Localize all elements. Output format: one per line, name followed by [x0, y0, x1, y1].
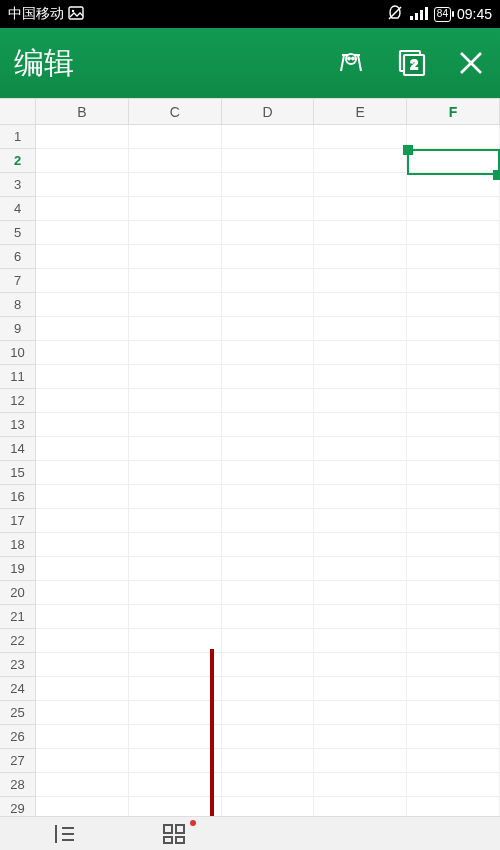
row-header[interactable]: 23: [0, 653, 36, 677]
cell[interactable]: [407, 485, 500, 509]
cell[interactable]: [314, 533, 407, 557]
cell[interactable]: [36, 437, 129, 461]
cell[interactable]: [129, 653, 222, 677]
cell[interactable]: [407, 173, 500, 197]
cell[interactable]: [407, 389, 500, 413]
cell[interactable]: [314, 389, 407, 413]
cell[interactable]: [314, 341, 407, 365]
row-header[interactable]: 22: [0, 629, 36, 653]
cell[interactable]: [222, 581, 315, 605]
corner-cell[interactable]: [0, 99, 36, 124]
cell[interactable]: [36, 773, 129, 797]
cell[interactable]: [36, 725, 129, 749]
cell[interactable]: [314, 461, 407, 485]
cell[interactable]: [407, 509, 500, 533]
cell[interactable]: [314, 581, 407, 605]
cell[interactable]: [36, 245, 129, 269]
cell[interactable]: [222, 773, 315, 797]
row-header[interactable]: 21: [0, 605, 36, 629]
cell[interactable]: [36, 629, 129, 653]
cell[interactable]: [314, 365, 407, 389]
cell[interactable]: [129, 389, 222, 413]
cell[interactable]: [314, 437, 407, 461]
col-header-F[interactable]: F: [407, 99, 500, 124]
cell[interactable]: [314, 509, 407, 533]
row-header[interactable]: 28: [0, 773, 36, 797]
row-header[interactable]: 19: [0, 557, 36, 581]
cell[interactable]: [222, 293, 315, 317]
cell[interactable]: [407, 413, 500, 437]
cell[interactable]: [36, 365, 129, 389]
cell[interactable]: [407, 437, 500, 461]
cell[interactable]: [36, 653, 129, 677]
cell[interactable]: [222, 629, 315, 653]
row-header[interactable]: 15: [0, 461, 36, 485]
row-header[interactable]: 7: [0, 269, 36, 293]
row-header[interactable]: 14: [0, 437, 36, 461]
cell[interactable]: [314, 629, 407, 653]
cell[interactable]: [407, 677, 500, 701]
cell[interactable]: [129, 245, 222, 269]
cell[interactable]: [129, 797, 222, 816]
cell[interactable]: [129, 725, 222, 749]
cell[interactable]: [314, 149, 407, 173]
cell[interactable]: [129, 221, 222, 245]
cell[interactable]: [129, 749, 222, 773]
cell[interactable]: [129, 509, 222, 533]
cell[interactable]: [407, 245, 500, 269]
cell[interactable]: [222, 149, 315, 173]
row-header[interactable]: 12: [0, 389, 36, 413]
row-header[interactable]: 8: [0, 293, 36, 317]
close-button[interactable]: [456, 48, 486, 78]
cell[interactable]: [36, 509, 129, 533]
cell[interactable]: [36, 293, 129, 317]
row-header[interactable]: 24: [0, 677, 36, 701]
cell[interactable]: [222, 701, 315, 725]
cell[interactable]: [314, 605, 407, 629]
cell[interactable]: [222, 173, 315, 197]
cell[interactable]: [129, 605, 222, 629]
cell[interactable]: [407, 341, 500, 365]
cell[interactable]: [407, 269, 500, 293]
row-header[interactable]: 16: [0, 485, 36, 509]
row-header[interactable]: 20: [0, 581, 36, 605]
cell-grid[interactable]: [36, 125, 500, 816]
cell[interactable]: [36, 797, 129, 816]
cell[interactable]: [314, 197, 407, 221]
cell[interactable]: [36, 389, 129, 413]
cell[interactable]: [222, 317, 315, 341]
cell[interactable]: [36, 749, 129, 773]
cell[interactable]: [222, 245, 315, 269]
col-header-B[interactable]: B: [36, 99, 129, 124]
cell[interactable]: [36, 557, 129, 581]
cell[interactable]: [36, 341, 129, 365]
cell[interactable]: [36, 677, 129, 701]
cell[interactable]: [222, 677, 315, 701]
cell[interactable]: [407, 605, 500, 629]
cell[interactable]: [314, 413, 407, 437]
cell[interactable]: [222, 485, 315, 509]
cell[interactable]: [129, 341, 222, 365]
row-header[interactable]: 26: [0, 725, 36, 749]
row-header[interactable]: 6: [0, 245, 36, 269]
cell[interactable]: [314, 557, 407, 581]
row-header[interactable]: 27: [0, 749, 36, 773]
panel-left-icon[interactable]: [50, 822, 80, 846]
cell[interactable]: [129, 413, 222, 437]
cell[interactable]: [407, 653, 500, 677]
cell[interactable]: [222, 557, 315, 581]
cell[interactable]: [36, 533, 129, 557]
cell[interactable]: [129, 437, 222, 461]
cell[interactable]: [36, 173, 129, 197]
cell[interactable]: [407, 533, 500, 557]
col-header-C[interactable]: C: [129, 99, 222, 124]
cell[interactable]: [314, 269, 407, 293]
cell[interactable]: [36, 317, 129, 341]
assistant-icon[interactable]: [336, 48, 366, 78]
cell[interactable]: [407, 221, 500, 245]
row-header[interactable]: 13: [0, 413, 36, 437]
cell[interactable]: [129, 773, 222, 797]
cell[interactable]: [222, 389, 315, 413]
cell[interactable]: [407, 293, 500, 317]
cell[interactable]: [129, 677, 222, 701]
